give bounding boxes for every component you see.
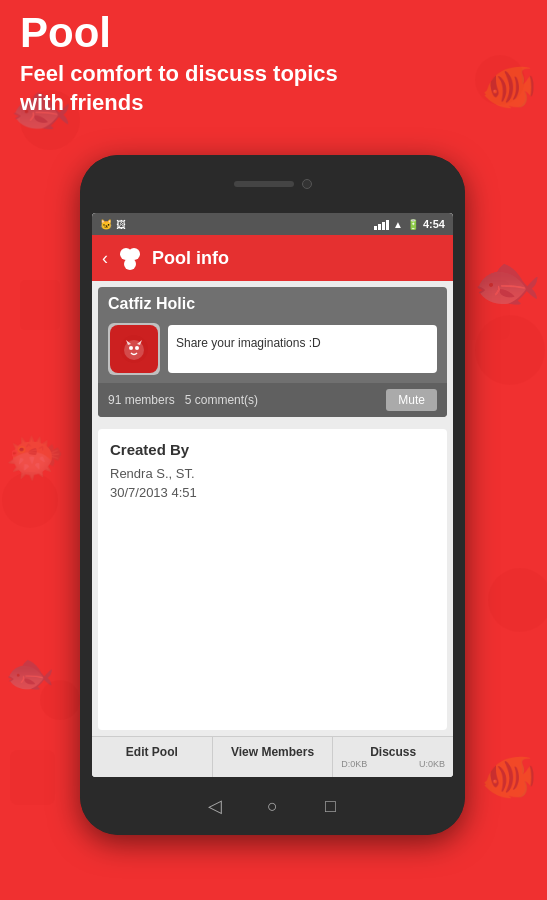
phone-screen: 🐱 🖼 ▲ 🔋 4:54 ‹ (92, 213, 453, 777)
app-bar: ‹ Pool info (92, 235, 453, 281)
svg-point-15 (129, 346, 133, 350)
svg-rect-8 (10, 750, 55, 805)
pool-description-box: Share your imaginations :D (168, 325, 437, 373)
nav-back-button[interactable]: ◁ (201, 792, 229, 820)
signal-bar-4 (386, 220, 389, 230)
signal-bars (374, 218, 389, 230)
signal-bar-3 (382, 222, 385, 230)
signal-bar-2 (378, 224, 381, 230)
svg-point-11 (124, 258, 136, 270)
edit-pool-button[interactable]: Edit Pool (92, 737, 213, 777)
wifi-icon: ▲ (393, 219, 403, 230)
phone-speaker (234, 181, 294, 187)
pool-card-top: Catfiz Holic (98, 287, 447, 323)
created-title: Created By (110, 441, 435, 458)
cat-icon: 🐱 (100, 219, 112, 230)
status-bar: 🐱 🖼 ▲ 🔋 4:54 (92, 213, 453, 235)
battery-icon: 🔋 (407, 219, 419, 230)
image-icon: 🖼 (116, 219, 126, 230)
created-section: Created By Rendra S., ST. 30/7/2013 4:51 (98, 429, 447, 730)
app-title: Pool (20, 10, 338, 56)
app-subtitle: Feel comfort to discuss topics with frie… (20, 60, 338, 117)
svg-point-5 (488, 568, 547, 632)
phone-top-bar (80, 155, 465, 213)
svg-rect-2 (20, 280, 60, 330)
status-right: ▲ 🔋 4:54 (374, 218, 445, 230)
mute-button[interactable]: Mute (386, 389, 437, 411)
screen-content: 🐱 🖼 ▲ 🔋 4:54 ‹ (92, 213, 453, 777)
nav-home-button[interactable]: ○ (259, 792, 287, 820)
signal-bar-1 (374, 226, 377, 230)
header-section: Pool Feel comfort to discuss topics with… (20, 10, 338, 117)
pool-avatar (108, 323, 160, 375)
nav-recents-button[interactable]: □ (317, 792, 345, 820)
pool-card: Catfiz Holic (98, 287, 447, 417)
pool-description: Share your imaginations :D (176, 336, 321, 350)
data-stats: D:0KB U:0KB (337, 759, 449, 769)
creator-name: Rendra S., ST. (110, 466, 435, 481)
status-time: 4:54 (423, 218, 445, 230)
svg-point-7 (40, 680, 80, 720)
svg-point-4 (2, 472, 58, 528)
app-logo (116, 244, 144, 272)
back-button[interactable]: ‹ (102, 248, 108, 269)
pool-stats: 91 members 5 comment(s) (108, 393, 258, 407)
phone-device: 🐱 🖼 ▲ 🔋 4:54 ‹ (80, 155, 465, 835)
pool-card-body: Share your imaginations :D (98, 323, 447, 383)
pool-card-footer: 91 members 5 comment(s) Mute (98, 383, 447, 417)
svg-point-3 (475, 315, 545, 385)
svg-rect-6 (460, 280, 510, 340)
created-date: 30/7/2013 4:51 (110, 485, 435, 500)
view-members-button[interactable]: View Members (213, 737, 334, 777)
phone-camera (302, 179, 312, 189)
action-bar: Edit Pool View Members Discuss D:0KB U:0… (92, 736, 453, 777)
app-bar-title: Pool info (152, 248, 229, 269)
catfiz-logo (110, 325, 158, 373)
svg-point-1 (475, 55, 525, 105)
status-left: 🐱 🖼 (100, 219, 126, 230)
pool-name: Catfiz Holic (108, 295, 437, 313)
svg-point-14 (124, 340, 144, 360)
phone-bottom-bar: ◁ ○ □ (80, 777, 465, 835)
discuss-button[interactable]: Discuss D:0KB U:0KB (333, 737, 453, 777)
svg-point-16 (135, 346, 139, 350)
